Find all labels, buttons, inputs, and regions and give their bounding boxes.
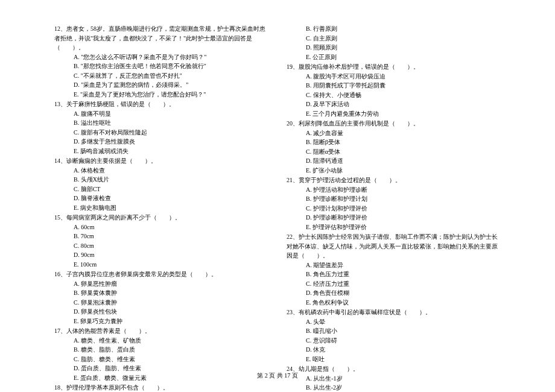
q23-opt-e: E. 呕吐: [287, 355, 501, 364]
q17-text: 17、人体的热能营养素是（ ）。: [54, 326, 268, 336]
q24-opt-b: B. 从出生-2岁: [287, 383, 501, 392]
q16-opt-d: D. 卵巢炎性包块: [54, 307, 268, 317]
q18-opt-c: C. 自主原则: [287, 34, 501, 43]
q12-opt-c: C. "不采就算了，反正您的血管也不好扎": [54, 71, 268, 81]
question-22: 22、护士长因陈护士经常因为孩子请假、影响工作而不满；陈护士则认为护士长对她不体…: [287, 232, 501, 307]
q21-opt-c: C. 护理计划和护理评价: [287, 204, 501, 213]
q17-opt-c: C. 脂肪、糖类、维生素: [54, 355, 268, 364]
question-23: 23、有机磷农药中毒引起的毒蕈碱样症状是（ ）。 A. 头晕 B. 瞳孔缩小 C…: [287, 308, 501, 364]
q19-opt-a: A. 腹股沟手术区可用砂袋压迫: [287, 72, 501, 81]
q12-opt-e: E. "采血是为了更好地为您治疗，请您配合好吗？": [54, 90, 268, 100]
q16-text: 16、子宫内膜异位症患者卵巢病变最常见的类型是（ ）。: [54, 270, 268, 279]
q20-opt-a: A. 减少血容量: [287, 128, 501, 138]
q21-opt-d: D. 护理诊断和护理评价: [287, 213, 501, 223]
q19-opt-b: B. 用阴囊托或丁字带托起阴囊: [287, 81, 501, 90]
q21-text: 21、贯穿于护理活动全过程的是（ ）。: [287, 175, 501, 185]
q16-opt-b: B. 卵巢黄体囊肿: [54, 288, 268, 298]
q13-opt-a: A. 腹痛不明显: [54, 109, 268, 119]
q21-opt-a: A. 护理活动和护理诊断: [287, 185, 501, 195]
q13-text: 13、关于麻痹性肠梗阻，错误的是（ ）。: [54, 100, 268, 109]
q14-opt-d: D. 脑脊液检查: [54, 194, 268, 203]
q15-opt-d: D. 90cm: [54, 250, 268, 260]
q20-opt-b: B. 阻断β受体: [287, 138, 501, 147]
q15-opt-b: B. 70cm: [54, 232, 268, 241]
question-16: 16、子宫内膜异位症患者卵巢病变最常见的类型是（ ）。 A. 卵巢恶性肿瘤 B.…: [54, 270, 268, 326]
q12-opt-a: A. "您怎么这么不听话啊？采血不是为了你好吗？": [54, 52, 268, 62]
q15-opt-a: A. 60cm: [54, 223, 268, 232]
question-20: 20、利尿剂降低血压的主要作用机制是（ ）。 A. 减少血容量 B. 阻断β受体…: [287, 119, 501, 175]
q21-opt-e: E. 护理评估和护理评价: [287, 223, 501, 232]
question-12: 12、患者女，58岁。直肠癌晚期进行化疗，需定期测血常规，护士再次采血时患者拒绝…: [54, 24, 268, 99]
q12-opt-b: B. "那您找你主治医生去吧！他若同意不化验就行": [54, 62, 268, 71]
q19-opt-d: D. 及早下床活动: [287, 100, 501, 109]
question-14: 14、诊断癫痫的主要依据是（ ）。 A. 体格检查 B. 头颅X线片 C. 脑部…: [54, 156, 268, 212]
q18-opt-b: B. 行善原则: [287, 24, 501, 34]
page-footer: 第 2 页 共 17 页: [0, 371, 555, 380]
q19-text: 19、腹股沟疝修补术后护理，错误的是（ ）。: [287, 62, 501, 72]
q19-opt-e: E. 三个月内避免重体力劳动: [287, 109, 501, 119]
q23-opt-c: C. 意识障碍: [287, 336, 501, 346]
q14-opt-a: A. 体格检查: [54, 166, 268, 175]
question-21: 21、贯穿于护理活动全过程的是（ ）。 A. 护理活动和护理诊断 B. 护理诊断…: [287, 175, 501, 232]
q12-opt-d: D. "采血是为了监测您的病情，必须得采。": [54, 80, 268, 90]
q14-opt-e: E. 病史和脑电图: [54, 203, 268, 213]
q20-opt-e: E. 扩张小动脉: [287, 166, 501, 175]
q15-opt-c: C. 80cm: [54, 241, 268, 251]
q22-opt-d: D. 角色责任模糊: [287, 288, 501, 298]
q17-opt-a: A. 糖类、维生素、矿物质: [54, 336, 268, 346]
q16-opt-e: E. 卵巢巧克力囊肿: [54, 317, 268, 326]
q22-opt-b: B. 角色压力过重: [287, 270, 501, 279]
q22-opt-a: A. 期望值差异: [287, 261, 501, 270]
q17-opt-b: B. 糖类、脂肪、蛋白质: [54, 345, 268, 355]
question-18: 18、护理伦理学基本原则不包含（ ）。 A. 不伤害原则: [54, 383, 268, 392]
q19-opt-c: C. 保持大、小便通畅: [287, 90, 501, 100]
right-column: B. 行善原则 C. 自主原则 D. 照顾原则 E. 公正原则 19、腹股沟疝修…: [287, 24, 501, 392]
page-columns: 12、患者女，58岁。直肠癌晚期进行化疗，需定期测血常规，护士再次采血时患者拒绝…: [54, 24, 501, 392]
q23-opt-d: D. 休克: [287, 345, 501, 355]
question-18-continued: B. 行善原则 C. 自主原则 D. 照顾原则 E. 公正原则: [287, 24, 501, 62]
q23-opt-b: B. 瞳孔缩小: [287, 326, 501, 336]
q20-text: 20、利尿剂降低血压的主要作用机制是（ ）。: [287, 119, 501, 128]
q15-opt-e: E. 100cm: [54, 260, 268, 270]
q13-opt-d: D. 多继发于急性腹膜炎: [54, 137, 268, 147]
q13-opt-e: E. 肠鸣音减弱或消失: [54, 147, 268, 156]
question-19: 19、腹股沟疝修补术后护理，错误的是（ ）。 A. 腹股沟手术区可用砂袋压迫 B…: [287, 62, 501, 118]
q21-opt-b: B. 护理诊断和护理计划: [287, 194, 501, 204]
q16-opt-c: C. 卵巢泡沫囊肿: [54, 298, 268, 308]
q23-text: 23、有机磷农药中毒引起的毒蕈碱样症状是（ ）。: [287, 308, 501, 317]
q14-opt-c: C. 脑部CT: [54, 185, 268, 194]
q12-text: 12、患者女，58岁。直肠癌晚期进行化疗，需定期测血常规，护士再次采血时患者拒绝…: [54, 24, 268, 52]
left-column: 12、患者女，58岁。直肠癌晚期进行化疗，需定期测血常规，护士再次采血时患者拒绝…: [54, 24, 268, 392]
q20-opt-c: C. 阻断α受体: [287, 147, 501, 157]
q18-opt-e: E. 公正原则: [287, 52, 501, 62]
q16-opt-a: A. 卵巢恶性肿瘤: [54, 279, 268, 289]
q13-opt-c: C. 腹部有不对称局限性隆起: [54, 128, 268, 138]
q18-text: 18、护理伦理学基本原则不包含（ ）。: [54, 383, 268, 392]
question-15: 15、每间病室两床之间的距离不少于（ ）。 A. 60cm B. 70cm C.…: [54, 213, 268, 269]
q18-opt-d: D. 照顾原则: [287, 43, 501, 52]
q15-text: 15、每间病室两床之间的距离不少于（ ）。: [54, 213, 268, 223]
question-13: 13、关于麻痹性肠梗阻，错误的是（ ）。 A. 腹痛不明显 B. 溢出性呕吐 C…: [54, 100, 268, 156]
q20-opt-d: D. 阻滞钙通道: [287, 156, 501, 166]
q23-opt-a: A. 头晕: [287, 317, 501, 327]
q14-opt-b: B. 头颅X线片: [54, 175, 268, 185]
q14-text: 14、诊断癫痫的主要依据是（ ）。: [54, 156, 268, 166]
q13-opt-b: B. 溢出性呕吐: [54, 118, 268, 128]
q22-text: 22、护士长因陈护士经常因为孩子请假、影响工作而不满；陈护士则认为护士长对她不体…: [287, 232, 501, 261]
q22-opt-e: E. 角色权利争议: [287, 298, 501, 308]
q22-opt-c: C. 经济压力过重: [287, 279, 501, 289]
